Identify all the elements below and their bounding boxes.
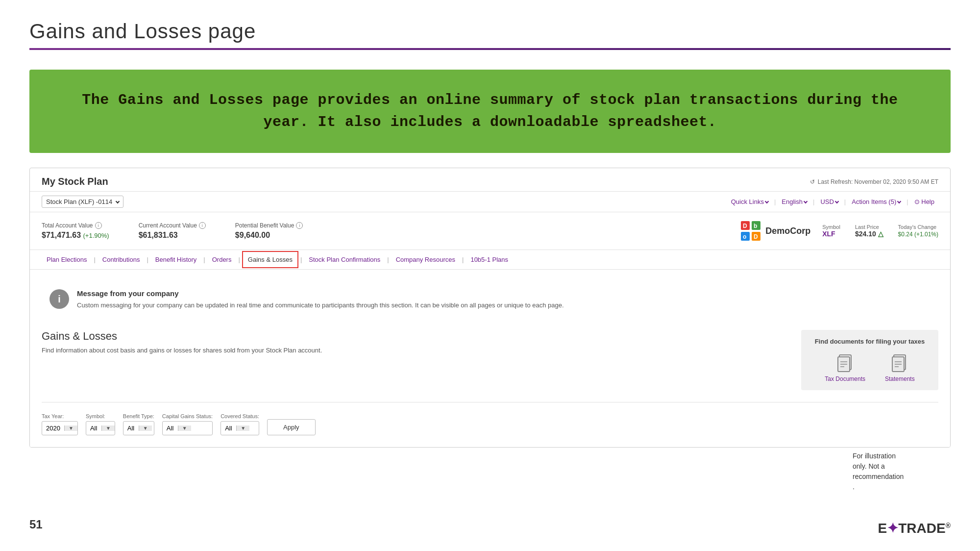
find-docs-title: Find documents for filing your taxes	[809, 338, 931, 345]
tax-documents-icon	[835, 353, 855, 373]
info-icon: i	[49, 289, 69, 309]
current-account-value: Current Account Value i $61,831.63	[139, 222, 206, 240]
gains-losses-title: Gains & Losses	[42, 330, 782, 343]
benefit-type-filter: Benefit Type: All ▼	[123, 413, 154, 435]
apply-button[interactable]: Apply	[267, 419, 316, 435]
message-title: Message from your company	[77, 289, 564, 298]
tax-documents-button[interactable]: Tax Documents	[825, 353, 865, 382]
stock-plan-title: My Stock Plan	[42, 176, 108, 187]
total-account-label: Total Account Value i	[42, 222, 109, 229]
tab-gains-losses[interactable]: Gains & Losses	[242, 251, 298, 268]
potential-benefit-info-icon[interactable]: i	[296, 222, 303, 229]
screenshot-container: My Stock Plan ↺ Last Refresh: November 0…	[29, 168, 951, 448]
gains-losses-description: Find information about cost basis and ga…	[42, 347, 782, 354]
chevron-icon	[765, 199, 769, 203]
main-content: i Message from your company Custom messa…	[30, 270, 950, 447]
tab-orders[interactable]: Orders	[207, 250, 237, 269]
tab-10b5-plans[interactable]: 10b5-1 Plans	[466, 250, 513, 269]
current-account-info-icon[interactable]: i	[199, 222, 206, 229]
capital-gains-select[interactable]: All	[163, 422, 178, 435]
symbol-select[interactable]: All	[86, 422, 101, 435]
tab-plan-elections[interactable]: Plan Elections	[42, 250, 92, 269]
tax-year-label: Tax Year:	[42, 413, 78, 419]
filter-row: Tax Year: 2020 2019 2018 ▼ Symbol:	[42, 402, 938, 435]
todays-change-label: Today's Change	[898, 224, 938, 230]
democorp-logo-icon: D b o D	[740, 220, 761, 242]
capital-gains-dropdown-arrow: ▼	[178, 426, 191, 431]
tab-benefit-history[interactable]: Benefit History	[150, 250, 202, 269]
gains-losses-left: Gains & Losses Find information about co…	[42, 330, 782, 354]
statements-label: Statements	[885, 376, 915, 382]
capital-gains-label: Capital Gains Status:	[162, 413, 213, 419]
tax-year-select[interactable]: 2020 2019 2018	[42, 422, 64, 435]
etrade-logo-text: E✦TRADE®	[878, 520, 951, 536]
etrade-star: ✦	[887, 521, 898, 536]
plan-selector-value: Stock Plan (XLF) -0114	[46, 198, 112, 205]
statements-button[interactable]: Statements	[885, 353, 915, 382]
potential-benefit-amount: $9,640.00	[235, 231, 303, 240]
page-title: Gains and Losses page	[29, 20, 951, 43]
message-box: i Message from your company Custom messa…	[42, 281, 938, 318]
account-values-row: Total Account Value i $71,471.63 (+1.90%…	[30, 212, 950, 250]
company-logo: D b o D DemoCorp	[740, 220, 810, 242]
stock-header-right: ↺ Last Refresh: November 02, 2020 9:50 A…	[810, 178, 938, 185]
gains-losses-right: Find documents for filing your taxes	[801, 330, 938, 390]
total-account-change: (+1.90%)	[83, 232, 109, 239]
tab-contributions[interactable]: Contributions	[98, 250, 145, 269]
covered-status-filter: Covered Status: All ▼	[220, 413, 259, 435]
refresh-icon: ↺	[810, 178, 815, 185]
banner-text: The Gains and Losses page provides an on…	[59, 89, 921, 133]
quick-links-nav[interactable]: Quick Links	[727, 196, 772, 207]
svg-text:D: D	[743, 223, 747, 229]
symbol-value: XLF	[822, 230, 840, 238]
symbol-label: Symbol	[822, 224, 840, 230]
gains-losses-section: Gains & Losses Find information about co…	[42, 330, 938, 390]
title-underline	[29, 48, 951, 50]
covered-status-label: Covered Status:	[220, 413, 259, 419]
stock-header: My Stock Plan ↺ Last Refresh: November 0…	[30, 168, 950, 192]
symbol-dropdown-arrow: ▼	[101, 426, 115, 431]
tab-company-resources[interactable]: Company Resources	[391, 250, 460, 269]
svg-text:D: D	[754, 233, 758, 240]
benefit-type-select[interactable]: All	[123, 422, 139, 435]
last-refresh-text: Last Refresh: November 02, 2020 9:50 AM …	[818, 178, 938, 185]
message-body: Custom messaging for your company can be…	[77, 301, 564, 310]
symbol-select-wrapper[interactable]: All ▼	[86, 421, 115, 435]
stock-header-left: My Stock Plan	[42, 176, 108, 187]
potential-benefit-label: Potential Benefit Value i	[235, 222, 303, 229]
benefit-type-dropdown-arrow: ▼	[139, 426, 152, 431]
capital-gains-select-wrapper[interactable]: All ▼	[162, 421, 213, 435]
tab-navigation: Plan Elections | Contributions | Benefit…	[30, 250, 950, 270]
tax-year-filter: Tax Year: 2020 2019 2018 ▼	[42, 413, 78, 435]
total-account-info-icon[interactable]: i	[95, 222, 102, 229]
benefit-type-select-wrapper[interactable]: All ▼	[123, 421, 154, 435]
symbol-item: Symbol XLF	[822, 224, 840, 238]
page-title-section: Gains and Losses page	[0, 0, 980, 60]
covered-status-select-wrapper[interactable]: All ▼	[220, 421, 259, 435]
account-values-right: D b o D DemoCorp Symbol XLF Last Price	[740, 220, 938, 242]
document-icons: Tax Documents Statements	[809, 353, 931, 382]
symbol-filter: Symbol: All ▼	[86, 413, 115, 435]
tax-documents-label: Tax Documents	[825, 376, 865, 382]
svg-text:o: o	[743, 233, 746, 240]
stock-prices: Symbol XLF Last Price $24.10 △ Today's C…	[822, 224, 938, 238]
covered-status-select[interactable]: All	[221, 422, 236, 435]
plan-selector[interactable]: Stock Plan (XLF) -0114	[42, 196, 123, 208]
statements-icon	[890, 353, 909, 373]
chevron-icon	[835, 199, 839, 203]
english-nav[interactable]: English	[778, 196, 811, 207]
chevron-icon	[897, 199, 901, 203]
action-items-nav[interactable]: Action Items (5)	[848, 196, 905, 207]
tax-year-select-wrapper[interactable]: 2020 2019 2018 ▼	[42, 421, 78, 435]
help-nav[interactable]: ⊙ Help	[910, 196, 938, 207]
page-number: 51	[29, 518, 43, 531]
covered-status-dropdown-arrow: ▼	[236, 426, 249, 431]
last-price-label: Last Price	[855, 224, 883, 230]
tab-stock-plan-confirmations[interactable]: Stock Plan Confirmations	[304, 250, 385, 269]
capital-gains-filter: Capital Gains Status: All ▼	[162, 413, 213, 435]
message-content: Message from your company Custom messagi…	[77, 289, 564, 310]
total-account-value: Total Account Value i $71,471.63 (+1.90%…	[42, 222, 109, 240]
usd-nav[interactable]: USD	[816, 196, 842, 207]
tax-year-dropdown-arrow: ▼	[64, 426, 77, 431]
company-name: DemoCorp	[765, 226, 810, 236]
